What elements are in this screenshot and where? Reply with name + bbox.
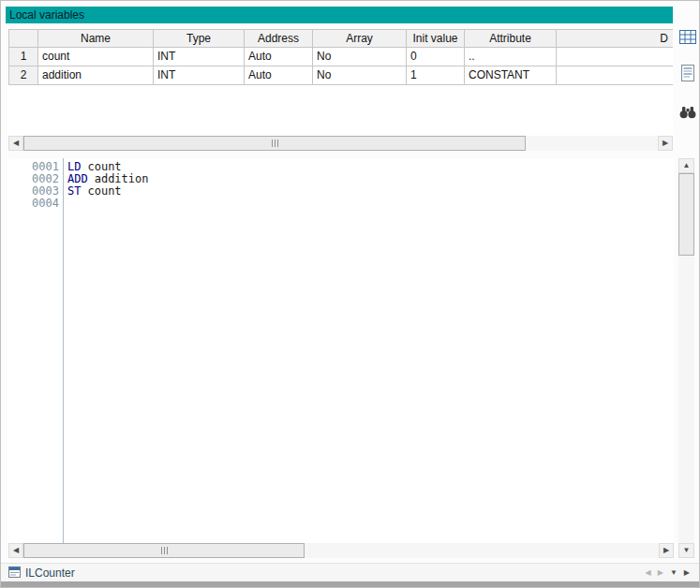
- local-variables-window: Local variables Name Type Address Array …: [0, 0, 700, 588]
- bottom-tab-bar: ILCounter ◀ ▶ ▼ ▶: [1, 563, 699, 581]
- col-header-array[interactable]: Array: [313, 29, 407, 48]
- scroll-up-button[interactable]: ▲: [678, 158, 694, 173]
- il-program-icon: [8, 565, 21, 581]
- line-number: 0004: [8, 198, 59, 210]
- window-bottom-edge: [1, 581, 699, 587]
- scroll-right-icon: ▶: [663, 547, 669, 554]
- row-number-cell[interactable]: 2: [8, 66, 38, 85]
- thumb-grip: [275, 140, 276, 147]
- vscroll-track[interactable]: [678, 173, 694, 543]
- tab-last-button[interactable]: ▶: [684, 569, 690, 577]
- cell-attribute[interactable]: CONSTANT: [465, 66, 557, 85]
- scroll-down-button[interactable]: ▼: [678, 543, 694, 558]
- editor-hscrollbar[interactable]: ◀ ▶: [8, 543, 674, 558]
- document-list-icon: [681, 65, 694, 84]
- cell-name[interactable]: addition: [38, 66, 154, 85]
- variable-table-viewport: Name Type Address Array Init value Attri…: [8, 29, 673, 135]
- thumb-grip: [161, 547, 162, 554]
- col-header-address[interactable]: Address: [245, 29, 313, 48]
- table-header-row: Name Type Address Array Init value Attri…: [8, 29, 673, 48]
- panel-titlebar[interactable]: Local variables: [6, 7, 673, 23]
- table-row[interactable]: 1 count INT Auto No 0 ..: [8, 48, 673, 66]
- thumb-grip: [164, 547, 165, 554]
- tab-label: ILCounter: [25, 566, 75, 580]
- table-corner-cell[interactable]: [8, 29, 38, 48]
- scroll-up-icon: ▲: [683, 162, 691, 169]
- variable-table: Name Type Address Array Init value Attri…: [8, 29, 673, 85]
- variable-table-panel: Name Type Address Array Init value Attri…: [8, 29, 673, 151]
- code-text: STcount: [59, 185, 122, 198]
- code-area[interactable]: 0001 LDcount 0002 ADDaddition 0003 STcou…: [8, 158, 674, 543]
- hscroll-track[interactable]: [23, 543, 659, 558]
- il-operand: addition: [88, 172, 149, 185]
- col-header-attribute[interactable]: Attribute: [465, 29, 557, 48]
- code-line[interactable]: 0004: [8, 198, 148, 210]
- thumb-grip: [272, 140, 273, 147]
- code-line[interactable]: 0003 STcount: [8, 185, 148, 198]
- cell-address[interactable]: Auto: [245, 66, 313, 85]
- il-keyword: ADD: [67, 172, 88, 185]
- variable-table-hscrollbar[interactable]: ◀ ▶: [8, 136, 673, 151]
- hscroll-thumb[interactable]: [23, 543, 305, 558]
- il-operand: count: [81, 160, 121, 173]
- scroll-right-button[interactable]: ▶: [659, 543, 674, 558]
- row-number-cell[interactable]: 1: [8, 48, 38, 66]
- cell-extra[interactable]: [557, 66, 673, 85]
- document-list-button[interactable]: [677, 63, 699, 85]
- scroll-left-icon: ◀: [13, 140, 19, 147]
- scroll-down-icon: ▼: [683, 547, 691, 554]
- cell-array[interactable]: No: [313, 48, 407, 66]
- tab-prev-button[interactable]: ◀: [646, 569, 651, 577]
- thumb-grip: [277, 140, 278, 147]
- scroll-left-button[interactable]: ◀: [8, 136, 23, 151]
- vscroll-thumb[interactable]: [678, 173, 694, 256]
- table-view-button[interactable]: [677, 27, 699, 50]
- scroll-right-button[interactable]: ▶: [658, 136, 673, 151]
- table-row[interactable]: 2 addition INT Auto No 1 CONSTANT: [8, 66, 673, 85]
- col-header-init-value[interactable]: Init value: [407, 29, 465, 48]
- hscroll-track[interactable]: [23, 136, 658, 151]
- tab-menu-button[interactable]: ▼: [670, 569, 678, 577]
- scroll-left-icon: ◀: [13, 547, 19, 554]
- il-keyword: LD: [67, 160, 81, 173]
- table-grid-icon: [679, 30, 696, 47]
- code-content: 0001 LDcount 0002 ADDaddition 0003 STcou…: [8, 161, 148, 210]
- il-code-editor: 0001 LDcount 0002 ADDaddition 0003 STcou…: [8, 158, 674, 558]
- gutter-separator: [63, 158, 64, 543]
- scroll-left-button[interactable]: ◀: [8, 543, 23, 558]
- cell-type[interactable]: INT: [154, 48, 245, 66]
- tab-ilcounter[interactable]: ILCounter: [1, 564, 82, 581]
- editor-vscrollbar[interactable]: ▲ ▼: [678, 158, 694, 558]
- cell-name[interactable]: count: [38, 48, 154, 66]
- il-operand: count: [81, 184, 121, 198]
- hscroll-thumb[interactable]: [23, 136, 526, 151]
- cell-extra[interactable]: [557, 48, 673, 66]
- scroll-right-icon: ▶: [663, 140, 668, 147]
- panel-title: Local variables: [9, 8, 84, 22]
- thumb-grip: [167, 547, 168, 554]
- code-text: [59, 198, 67, 210]
- cell-attribute[interactable]: ..: [465, 48, 557, 66]
- tab-next-button[interactable]: ▶: [658, 569, 663, 577]
- cell-address[interactable]: Auto: [245, 48, 313, 66]
- cell-init-value[interactable]: 1: [407, 66, 465, 85]
- tab-navigation: ◀ ▶ ▼ ▶: [646, 569, 699, 577]
- cell-type[interactable]: INT: [154, 66, 245, 85]
- cell-array[interactable]: No: [313, 66, 407, 85]
- il-keyword: ST: [67, 184, 81, 198]
- find-button[interactable]: [677, 102, 699, 125]
- binoculars-find-icon: [679, 106, 696, 122]
- cell-init-value[interactable]: 0: [407, 48, 465, 66]
- col-header-name[interactable]: Name: [38, 29, 154, 48]
- col-header-d[interactable]: D: [557, 29, 673, 48]
- col-header-type[interactable]: Type: [154, 29, 245, 48]
